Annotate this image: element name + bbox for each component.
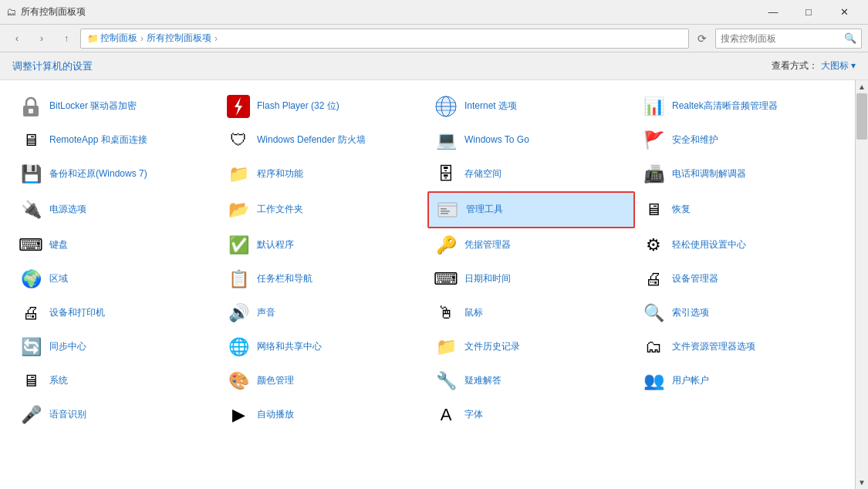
item-label-filehistory: 文件历史记录 <box>464 341 520 353</box>
grid-item-filehistory[interactable]: 📁文件历史记录 <box>427 330 635 364</box>
grid-item-indexing[interactable]: 🔍索引选项 <box>635 296 843 330</box>
item-icon-phone: 📠 <box>641 162 666 187</box>
item-icon-flash <box>226 94 251 119</box>
grid-item-speech[interactable]: 🎤语音识别 <box>12 398 220 432</box>
grid-item-devices[interactable]: 🖨设备和打印机 <box>12 296 220 330</box>
item-icon-datetime: ⌨ <box>434 267 458 292</box>
item-icon-remoteapp: 🖥 <box>19 128 43 153</box>
scroll-up-arrow[interactable]: ▲ <box>856 80 869 93</box>
item-label-region: 区域 <box>49 273 68 285</box>
breadcrumb-icon: 📁 <box>87 33 99 44</box>
grid-item-power[interactable]: 🔌电源选项 <box>12 191 220 228</box>
item-icon-mouse: 🖱 <box>434 301 458 325</box>
item-label-security: 安全和维护 <box>672 134 718 147</box>
grid-item-autoplay[interactable]: ▶自动播放 <box>220 398 427 432</box>
view-value[interactable]: 大图标 ▾ <box>821 59 856 73</box>
item-label-sync: 同步中心 <box>49 341 86 353</box>
title-bar: 🗂 所有控制面板项 — □ ✕ <box>0 0 868 25</box>
scrollbar[interactable]: ▲ ▼ <box>855 80 868 489</box>
item-label-realtek: Realtek高清晰音频管理器 <box>672 100 778 113</box>
maximize-button[interactable]: □ <box>791 0 826 25</box>
title-bar-text: 所有控制面板项 <box>21 5 755 19</box>
grid-item-keyboard[interactable]: ⌨键盘 <box>12 228 220 262</box>
item-label-ease: 轻松使用设置中心 <box>672 239 746 251</box>
grid-item-sync[interactable]: 🔄同步中心 <box>12 330 220 364</box>
scroll-track[interactable] <box>856 93 868 476</box>
grid-item-phone[interactable]: 📠电话和调制解调器 <box>635 157 843 191</box>
item-icon-taskbar: 📋 <box>226 267 251 292</box>
title-bar-icon: 🗂 <box>6 6 16 18</box>
item-label-color: 颜色管理 <box>257 375 294 387</box>
scroll-down-arrow[interactable]: ▼ <box>856 476 869 489</box>
grid-item-network[interactable]: 🌐网络和共享中心 <box>220 330 427 364</box>
grid-item-remoteapp[interactable]: 🖥RemoteApp 和桌面连接 <box>12 123 220 157</box>
grid-item-security[interactable]: 🚩安全和维护 <box>635 123 843 157</box>
item-icon-user: 👥 <box>641 369 666 393</box>
grid-item-recovery[interactable]: 🖥恢复 <box>635 191 843 228</box>
grid-item-region[interactable]: 🌍区域 <box>12 262 220 296</box>
item-label-device: 设备管理器 <box>672 273 718 285</box>
item-label-keyboard: 键盘 <box>49 239 68 251</box>
breadcrumb-all-items[interactable]: 所有控制面板项 <box>147 32 211 45</box>
grid-item-workfolder[interactable]: 📂工作文件夹 <box>220 191 427 228</box>
search-box[interactable]: 🔍 <box>715 29 862 49</box>
up-button[interactable]: ↑ <box>56 29 77 49</box>
item-icon-recovery: 🖥 <box>641 197 666 222</box>
grid-item-programs[interactable]: 📁程序和功能 <box>220 157 427 191</box>
grid-item-troubleshoot[interactable]: 🔧疑难解答 <box>427 364 635 398</box>
item-label-internet: Internet 选项 <box>464 100 517 113</box>
grid-item-storage[interactable]: 🗄存储空间 <box>427 157 635 191</box>
scroll-thumb[interactable] <box>856 93 867 140</box>
grid-item-color[interactable]: 🎨颜色管理 <box>220 364 427 398</box>
grid-item-mouse[interactable]: 🖱鼠标 <box>427 296 635 330</box>
adjust-settings-link[interactable]: 调整计算机的设置 <box>12 59 93 73</box>
refresh-button[interactable]: ⟳ <box>692 29 712 49</box>
minimize-button[interactable]: — <box>755 0 791 25</box>
breadcrumb-sep-2: › <box>214 33 218 44</box>
item-icon-system: 🖥 <box>19 369 43 393</box>
item-icon-fonts: A <box>434 403 458 427</box>
search-input[interactable] <box>721 33 841 44</box>
svg-rect-13 <box>441 213 448 214</box>
item-icon-default: ✅ <box>226 233 251 258</box>
item-icon-ease: ⚙ <box>641 233 666 258</box>
item-icon-admintool <box>435 197 460 222</box>
grid-item-windowstogo[interactable]: 💻Windows To Go <box>427 123 635 157</box>
grid-item-admintool[interactable]: 管理工具 <box>427 191 635 228</box>
grid-item-taskbar[interactable]: 📋任务栏和导航 <box>220 262 427 296</box>
svg-rect-12 <box>441 211 450 212</box>
grid-item-user[interactable]: 👥用户帐户 <box>635 364 843 398</box>
item-icon-storage: 🗄 <box>434 162 458 187</box>
breadcrumb-control-panel[interactable]: 控制面板 <box>100 32 137 45</box>
item-icon-backup: 💾 <box>19 162 43 187</box>
address-bar: ‹ › ↑ 📁 控制面板 › 所有控制面板项 › ⟳ 🔍 <box>0 25 868 52</box>
grid-item-datetime[interactable]: ⌨日期和时间 <box>427 262 635 296</box>
item-label-flash: Flash Player (32 位) <box>257 100 339 113</box>
close-button[interactable]: ✕ <box>826 0 862 25</box>
item-label-user: 用户帐户 <box>672 375 709 387</box>
grid-item-fileexplorer[interactable]: 🗂文件资源管理器选项 <box>635 330 843 364</box>
grid-item-flash[interactable]: Flash Player (32 位) <box>220 89 427 123</box>
grid-item-credential[interactable]: 🔑凭据管理器 <box>427 228 635 262</box>
grid-item-defender[interactable]: 🛡Windows Defender 防火墙 <box>220 123 427 157</box>
item-icon-troubleshoot: 🔧 <box>434 369 458 393</box>
search-icon: 🔍 <box>844 32 856 44</box>
item-label-remoteapp: RemoteApp 和桌面连接 <box>49 134 147 147</box>
grid-item-bitlocker[interactable]: BitLocker 驱动器加密 <box>12 89 220 123</box>
address-path[interactable]: 📁 控制面板 › 所有控制面板项 › <box>80 29 689 49</box>
item-icon-sync: 🔄 <box>19 335 43 359</box>
forward-button[interactable]: › <box>31 29 52 49</box>
grid-item-device[interactable]: 🖨设备管理器 <box>635 262 843 296</box>
item-label-power: 电源选项 <box>49 204 86 216</box>
grid-item-ease[interactable]: ⚙轻松使用设置中心 <box>635 228 843 262</box>
back-button[interactable]: ‹ <box>6 29 28 49</box>
grid-item-fonts[interactable]: A字体 <box>427 398 635 432</box>
item-label-defender: Windows Defender 防火墙 <box>257 134 366 147</box>
grid-item-backup[interactable]: 💾备份和还原(Windows 7) <box>12 157 220 191</box>
grid-item-system[interactable]: 🖥系统 <box>12 364 220 398</box>
grid-item-default[interactable]: ✅默认程序 <box>220 228 427 262</box>
grid-item-sound[interactable]: 🔊声音 <box>220 296 427 330</box>
item-icon-defender: 🛡 <box>226 128 251 153</box>
grid-item-internet[interactable]: Internet 选项 <box>427 89 635 123</box>
grid-item-realtek[interactable]: 📊Realtek高清晰音频管理器 <box>635 89 843 123</box>
